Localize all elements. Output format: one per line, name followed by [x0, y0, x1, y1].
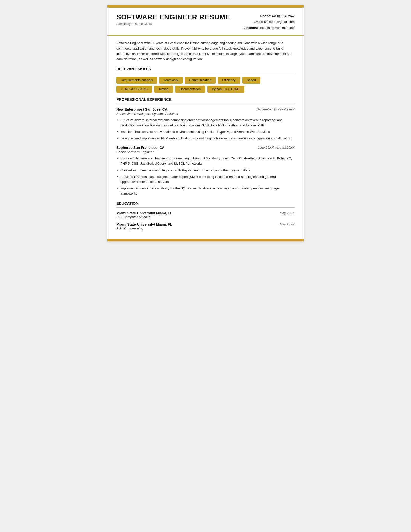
exp-bullets-2: Successfully generated back-end programm… — [116, 156, 295, 196]
edu-school-2: Miami State University/ Miami, FL — [116, 222, 172, 226]
phone-label: Phone: — [260, 14, 271, 18]
resume-content: Software Engineer with 7+ years of exper… — [107, 36, 304, 239]
exp-bullets-1: Structure several internal systems compr… — [116, 118, 295, 141]
summary-text: Software Engineer with 7+ years of exper… — [116, 40, 295, 62]
skills-divider — [116, 73, 295, 73]
header-left: SOFTWARE ENGINEER RESUME Sample by Resum… — [116, 13, 230, 26]
bullet: Created e-commerce sites integrated with… — [116, 168, 295, 173]
skill-tag: Python, C++, HTML — [207, 86, 244, 93]
education-entry-1: Miami State University/ Miami, FL B.S. C… — [116, 211, 295, 219]
bullet: Structure several internal systems compr… — [116, 118, 295, 128]
phone-value: (408) 104-7942 — [272, 14, 295, 18]
linkedin-label: LinkedIn: — [243, 26, 258, 30]
edu-school-1: Miami State University/ Miami, FL — [116, 211, 172, 215]
skill-tag: Documentation — [175, 86, 205, 93]
skill-tag: HTML5/CSS3/SAS — [116, 86, 152, 93]
header-contact: Phone: (408) 104-7942 Email: katie.lee@g… — [243, 13, 295, 31]
bullet: Provided leadership as a subject matter … — [116, 174, 295, 185]
exp-company-2: Sephora / San Francisco, CA — [116, 146, 164, 150]
education-entry-2: Miami State University/ Miami, FL A.A. P… — [116, 222, 295, 230]
education-divider — [116, 207, 295, 208]
experience-divider — [116, 104, 295, 104]
email-label: Email: — [254, 20, 263, 24]
bottom-accent-bar — [107, 239, 304, 241]
skill-tag: Efficiency — [218, 77, 240, 84]
email-line: Email: katie.lee@gmail.com — [243, 19, 295, 25]
exp-dates-1: September 20XX–Present — [257, 107, 295, 111]
phone-line: Phone: (408) 104-7942 — [243, 13, 295, 19]
skill-tag: Testing — [154, 86, 173, 93]
exp-title-2: Senior Software Engineer — [116, 150, 295, 154]
edu-left-1: Miami State University/ Miami, FL B.S. C… — [116, 211, 172, 219]
exp-dates-2: June 20XX–August 20XX — [258, 146, 295, 149]
edu-date-1: May 20XX — [280, 211, 295, 215]
edu-degree-1: B.S. Computer Science — [116, 215, 172, 219]
resume-subtitle: Sample by Resume Genius — [116, 22, 230, 26]
skill-tag: Teamwork — [159, 77, 183, 84]
education-section-title: EDUCATION — [116, 201, 295, 205]
linkedin-value: linkedin.com/in/katie-lee/ — [259, 26, 295, 30]
email-value: katie.lee@gmail.com — [264, 20, 295, 24]
skills-section-title: RELEVANT SKILLS — [116, 66, 295, 71]
top-accent-bar — [107, 5, 304, 8]
experience-section-title: PROFESSIONAL EXPERIENCE — [116, 97, 295, 102]
skill-tag: Communication — [185, 77, 216, 84]
experience-entry-2: Sephora / San Francisco, CA June 20XX–Au… — [116, 146, 295, 196]
edu-date-2: May 20XX — [280, 222, 295, 226]
edu-degree-2: A.A. Programming — [116, 226, 172, 230]
skills-grid: Requirements analysis Teamwork Communica… — [116, 77, 295, 93]
resume-document: SOFTWARE ENGINEER RESUME Sample by Resum… — [107, 5, 304, 241]
exp-header-2: Sephora / San Francisco, CA June 20XX–Au… — [116, 146, 295, 150]
bullet: Successfully generated back-end programm… — [116, 156, 295, 167]
linkedin-line: LinkedIn: linkedin.com/in/katie-lee/ — [243, 25, 295, 31]
bullet: Installed Linux servers and virtualized … — [116, 129, 295, 135]
exp-title-1: Senior Web Developer / Systems Architect — [116, 112, 295, 116]
bullet: Implemented new C# class library for the… — [116, 186, 295, 196]
edu-left-2: Miami State University/ Miami, FL A.A. P… — [116, 222, 172, 230]
experience-entry-1: New Enterprise / San Jose, CA September … — [116, 107, 295, 141]
resume-header: SOFTWARE ENGINEER RESUME Sample by Resum… — [107, 8, 304, 36]
bullet: Designed and implemented PHP web applica… — [116, 136, 295, 141]
exp-header-1: New Enterprise / San Jose, CA September … — [116, 107, 295, 111]
resume-title: SOFTWARE ENGINEER RESUME — [116, 13, 230, 21]
skill-tag: Speed — [242, 77, 260, 84]
exp-company-1: New Enterprise / San Jose, CA — [116, 107, 167, 111]
skill-tag: Requirements analysis — [116, 77, 157, 84]
